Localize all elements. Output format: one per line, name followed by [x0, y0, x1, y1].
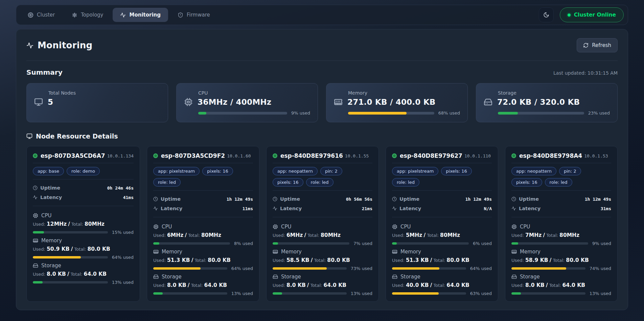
nav-tab[interactable]: Firmware [170, 8, 217, 22]
resource-values: Used: 40.0 KB / Total: 64.0 KB [392, 282, 492, 288]
resource-used-value: 8.0 KB [47, 271, 66, 277]
progress-bar: 9% used [511, 241, 611, 246]
percent-used-label: 23% used [588, 110, 610, 116]
node-name: esp-807D3A5CD9F2 [161, 152, 225, 159]
progress-bar: 13% used [273, 291, 372, 296]
cpu-icon [153, 224, 159, 229]
divider [33, 206, 134, 206]
resource-values: Used: 8.0 KB / Total: 64.0 KB [273, 282, 372, 288]
memory-icon [153, 249, 159, 254]
resource-label: Storage [281, 274, 301, 280]
resource-total-value: 80MHz [559, 232, 579, 238]
memory-icon [334, 98, 343, 106]
percent-used-label: 13% used [590, 291, 611, 296]
uptime-row: Uptime 0h 56m 56s [273, 194, 372, 204]
activity-icon [511, 206, 516, 211]
uptime-row: Uptime 1h 12m 49s [153, 194, 253, 204]
node-badge: pixels: 16 [273, 178, 303, 187]
resource-label: CPU [162, 224, 172, 230]
resource-section: CPU Used: 6MHz / Total: 80MHz 8% used [153, 224, 253, 246]
resource-used-value: 51.3 KB [406, 257, 429, 263]
node-card: esp-807D3A5CD9F2 10.0.1.60 app: pixelstr… [147, 146, 259, 302]
resource-used-value: 7MHz [525, 232, 542, 238]
node-online-dot [511, 153, 516, 158]
resource-values: Used: 8.0 KB / Total: 64.0 KB [511, 282, 611, 288]
percent-used-label: 8% used [234, 241, 253, 246]
node-name: esp-840D8E9798A4 [519, 152, 582, 159]
latency-value: 21ms [362, 206, 372, 211]
resource-values: Used: 58.9 KB / Total: 80.0 KB [511, 257, 611, 263]
clock-icon [392, 197, 397, 201]
node-badge: pin: 2 [320, 167, 342, 175]
resource-values: Used: 50.9 KB / Total: 80.0 KB [33, 246, 134, 252]
resource-total-value: 80.0 KB [327, 257, 350, 263]
progress-bar: 9% used [184, 110, 310, 116]
resource-label: CPU [400, 224, 411, 230]
summary-card-label: CPU [184, 90, 310, 96]
node-badge: app: pixelstream [153, 167, 200, 175]
node-card: esp-807D3A5CD6A7 10.0.1.134 app: base ro… [26, 146, 140, 302]
node-badges: app: base role: demo [33, 167, 134, 175]
nav-tab[interactable]: Topology [64, 8, 111, 22]
resource-total-value: 80.0 KB [208, 257, 230, 263]
node-badges: app: pixelstream pixels: 16 role: led [153, 167, 253, 187]
latency-row: Latency 21ms [273, 204, 372, 213]
node-card: esp-840D8E9798A4 10.0.1.53 app: neopatte… [505, 146, 618, 302]
node-badge: app: neopattern [511, 167, 556, 175]
resource-used-value: 8.0 KB [286, 282, 306, 288]
progress-bar: 13% used [511, 291, 611, 296]
theme-toggle-button[interactable] [539, 7, 554, 22]
summary-card: Memory 271.0 KB / 400.0 KB 68% used [326, 83, 468, 122]
summary-card-value: 271.0 KB / 400.0 KB [347, 98, 435, 106]
resource-label: Storage [162, 274, 182, 280]
resource-label: Memory [520, 249, 540, 255]
uptime-value: 0h 24m 46s [107, 186, 134, 191]
resource-label: CPU [281, 224, 292, 230]
activity-icon [33, 195, 38, 200]
divider [392, 190, 492, 191]
resource-total-value: 64.0 KB [446, 282, 469, 288]
node-badge: pixels: 16 [511, 178, 542, 187]
node-badge: role: led [392, 178, 419, 187]
activity-icon [26, 42, 33, 49]
storage-icon [33, 263, 38, 268]
nav-tab[interactable]: Monitoring [113, 8, 168, 22]
uptime-row: Uptime 0h 24m 46s [33, 183, 134, 193]
percent-used-label: 73% used [351, 266, 372, 271]
resource-values: Used: 6MHz / Total: 80MHz [153, 232, 253, 238]
resource-section: Memory Used: 51.3 KB / Total: 80.0 KB 64… [153, 249, 253, 271]
resource-label: Storage [400, 274, 420, 280]
monitor-icon [26, 133, 32, 139]
progress-bar: 13% used [153, 291, 253, 296]
uptime-value: 0h 56m 56s [346, 197, 372, 202]
summary-cards: Total Nodes 5 CPU 36MHz / 400MHz 9% used [26, 83, 618, 122]
resource-total-value: 80MHz [440, 232, 460, 238]
resource-section: Storage Used: 8.0 KB / Total: 64.0 KB 13… [153, 274, 253, 296]
divider [273, 217, 372, 217]
resource-total-value: 64.0 KB [84, 271, 107, 277]
node-badge: pixels: 16 [441, 167, 472, 175]
resource-section: Memory Used: 51.3 KB / Total: 80.0 KB 64… [392, 249, 492, 271]
progress-bar: 64% used [392, 266, 492, 271]
latency-row: Latency 41ms [33, 193, 134, 202]
divider [273, 163, 372, 163]
resource-section: CPU Used: 6MHz / Total: 80MHz 7% used [273, 224, 372, 246]
monitor-icon [34, 98, 43, 106]
refresh-button[interactable]: Refresh [577, 38, 618, 52]
resource-total-value: 80MHz [201, 232, 221, 238]
summary-card-label: Memory [334, 90, 460, 96]
percent-used-label: 15% used [112, 230, 134, 235]
nav-tab[interactable]: Cluster [20, 8, 62, 22]
percent-used-label: 13% used [351, 291, 372, 296]
uptime-row: Uptime 1h 12m 49s [392, 194, 492, 204]
cluster-status-badge: Cluster Online [560, 7, 624, 22]
node-badge: app: base [33, 167, 64, 175]
storage-icon [153, 274, 159, 279]
refresh-icon [583, 43, 589, 48]
node-card: esp-840D8E979616 10.0.1.55 app: neopatte… [266, 146, 379, 302]
divider [33, 179, 134, 179]
divider [511, 190, 611, 191]
nav-tab-label: Topology [81, 12, 103, 18]
nav-tab-label: Firmware [187, 12, 210, 18]
resource-label: Memory [41, 238, 62, 244]
